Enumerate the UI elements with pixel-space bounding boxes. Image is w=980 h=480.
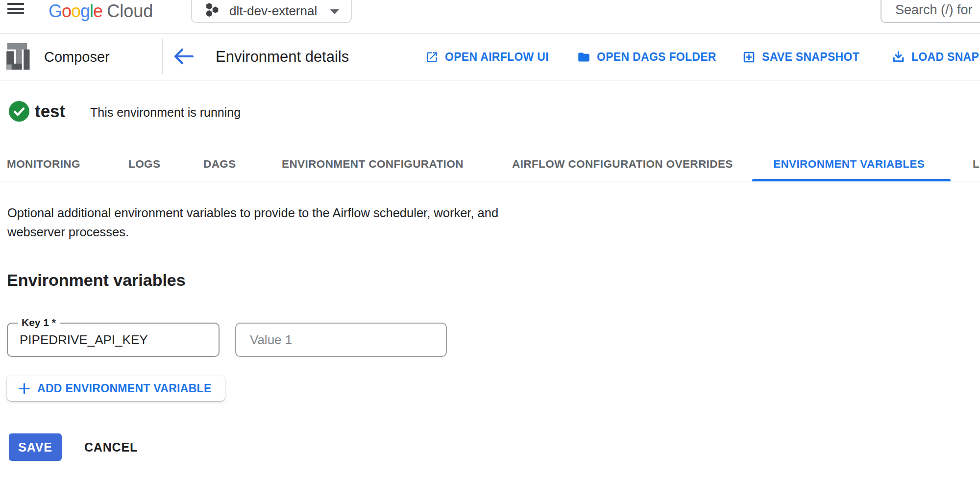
tab-bar: MONITORING LOGS DAGS ENVIRONMENT CONFIGU…	[0, 147, 980, 181]
page-title: Environment details	[216, 34, 349, 80]
logo-letter: o	[62, 1, 71, 22]
active-tab-indicator	[752, 179, 951, 181]
google-cloud-logo: Google Cloud	[49, 1, 153, 22]
folder-icon	[577, 51, 590, 64]
project-selector[interactable]: dlt-dev-external	[191, 0, 352, 23]
action-label: OPEN AIRFLOW UI	[445, 51, 549, 64]
open-airflow-ui-button[interactable]: OPEN AIRFLOW UI	[425, 34, 549, 80]
add-environment-variable-button[interactable]: ADD ENVIRONMENT VARIABLE	[7, 376, 225, 401]
status-running-icon	[9, 101, 29, 122]
add-button-label: ADD ENVIRONMENT VARIABLE	[37, 382, 212, 395]
env-var-key-field: Key 1 *	[7, 323, 220, 357]
action-label: SAVE SNAPSHOT	[762, 51, 859, 64]
save-snapshot-icon	[742, 51, 756, 64]
tab-monitoring[interactable]: MONITORING	[7, 147, 80, 181]
menu-icon[interactable]	[7, 3, 25, 16]
logo-cloud-text: Cloud	[107, 1, 153, 22]
chevron-down-icon	[330, 9, 339, 14]
tab-dags[interactable]: DAGS	[203, 147, 236, 181]
key-field-label: Key 1 *	[18, 317, 60, 328]
tab-environment-variables[interactable]: ENVIRONMENT VARIABLES	[773, 147, 925, 181]
env-var-value-field	[235, 323, 447, 357]
composer-logo-icon	[4, 42, 31, 70]
action-label: OPEN DAGS FOLDER	[597, 51, 716, 64]
logo-letter: l	[90, 1, 93, 22]
plus-icon	[18, 382, 31, 395]
tab-description-line1: Optional additional environment variable…	[7, 203, 498, 223]
project-selector-label: dlt-dev-external	[229, 3, 324, 18]
cancel-button[interactable]: CANCEL	[79, 433, 143, 461]
logo-letter: g	[80, 1, 90, 22]
environment-name: test	[35, 100, 65, 123]
save-snapshot-button[interactable]: SAVE SNAPSHOT	[742, 34, 859, 80]
open-dags-folder-button[interactable]: OPEN DAGS FOLDER	[577, 34, 716, 80]
header-bar: Composer Environment details OPEN AIRFLO…	[0, 34, 980, 80]
search-box	[881, 0, 980, 23]
environment-status-message: This environment is running	[90, 102, 241, 123]
section-title: Environment variables	[7, 271, 186, 290]
search-input[interactable]	[895, 2, 980, 18]
value-input[interactable]	[236, 324, 446, 356]
tab-description: Optional additional environment variable…	[7, 203, 498, 242]
open-in-new-icon	[425, 51, 439, 64]
header-divider	[162, 39, 163, 75]
app-root: Google Cloud dlt-dev-external Composer	[0, 0, 980, 480]
save-button[interactable]: SAVE	[9, 433, 62, 461]
tab-labels[interactable]: LABELS	[973, 147, 980, 181]
top-bar: Google Cloud dlt-dev-external	[0, 0, 980, 34]
load-snapshot-button[interactable]: LOAD SNAPSHOT	[892, 34, 980, 80]
tab-logs[interactable]: LOGS	[128, 147, 160, 181]
tab-environment-configuration[interactable]: ENVIRONMENT CONFIGURATION	[282, 147, 464, 181]
tab-description-line2: webserver processes.	[7, 223, 498, 242]
back-arrow-icon	[173, 48, 195, 65]
back-button[interactable]	[172, 47, 195, 67]
product-name: Composer	[44, 34, 110, 80]
logo-letter: G	[49, 1, 62, 22]
logo-letter: o	[71, 1, 80, 22]
download-icon	[892, 51, 905, 64]
action-label: LOAD SNAPSHOT	[911, 51, 980, 64]
project-hexagons-icon	[205, 2, 220, 17]
logo-letter: e	[93, 1, 102, 22]
tab-airflow-configuration-overrides[interactable]: AIRFLOW CONFIGURATION OVERRIDES	[512, 147, 733, 181]
